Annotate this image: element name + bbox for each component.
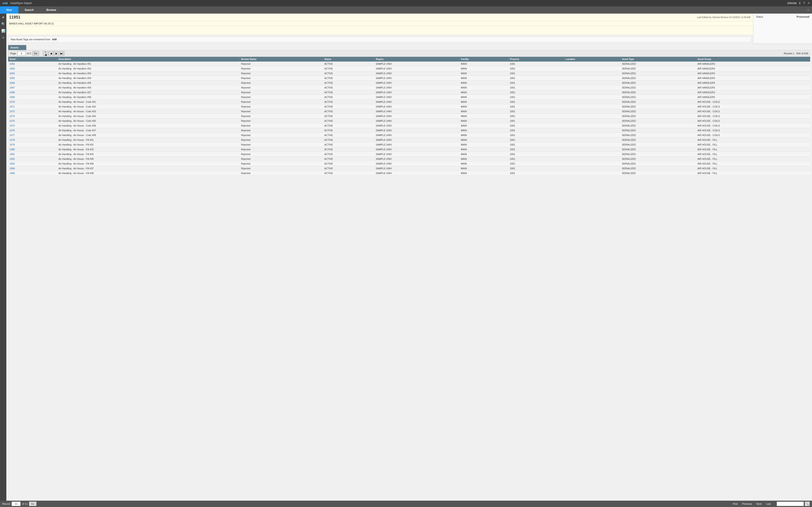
next-page-button[interactable]: ▶ [54, 51, 59, 56]
page-go-button[interactable]: Go [33, 51, 39, 56]
cell-8-5: MAIN [459, 100, 508, 104]
info-icon[interactable]: ℹ [799, 2, 801, 5]
last-record-button[interactable]: Last [766, 502, 771, 505]
asset-link[interactable]: 1082 [9, 158, 15, 160]
page-input[interactable] [17, 51, 26, 56]
cell-4-3: ACTIVE [323, 80, 374, 85]
logout-icon[interactable]: ↗ [807, 2, 810, 5]
cell-0-9: AIR HANDLERS [696, 62, 810, 66]
browse-button[interactable]: Browse [40, 6, 62, 13]
table-row: 1072Air Handling - Air House - Coils #03… [8, 109, 810, 114]
sidebar-menu-icon[interactable]: ≡ [2, 36, 4, 39]
asset-link[interactable]: 1080 [9, 148, 15, 151]
bottom-search-button[interactable]: 🔍 [805, 502, 810, 506]
cell-17-8: SERIALIZED [620, 143, 696, 147]
asset-link[interactable]: 1068 [9, 91, 15, 94]
asset-link[interactable]: 1064 [9, 72, 15, 75]
cell-13-9: AIR HOUSE - COILS [696, 123, 810, 128]
asset-link[interactable]: 1083 [9, 162, 15, 165]
col-header-0[interactable]: Asset ↓ [8, 57, 57, 62]
cell-22-2: Rejected [240, 166, 323, 171]
cell-17-1: Air Handling - Air House - Fill #02 [57, 143, 240, 147]
first-record-button[interactable]: First [733, 502, 738, 505]
cell-19-9: AIR HOUSE - FILL [696, 152, 810, 157]
cell-21-1: Air Handling - Air House - Fill #06 [57, 161, 240, 166]
cell-1-9: AIR HANDLERS [696, 66, 810, 71]
asset-link[interactable]: 1069 [9, 96, 15, 99]
cell-17-2: Rejected [240, 143, 323, 147]
cell-2-6: 1001 [508, 71, 564, 76]
asset-link[interactable]: 1066 [9, 81, 15, 84]
sidebar-star-icon[interactable]: ★ [2, 15, 5, 19]
cell-10-6: 1001 [508, 109, 564, 114]
new-button[interactable]: New [0, 6, 18, 13]
asset-tag-value: AiM [52, 38, 57, 41]
asset-link[interactable]: 1076 [9, 129, 15, 132]
record-name: BANES HALL ASSET IMPORT 06-29-21 [9, 22, 54, 25]
asset-link[interactable]: 1070 [9, 101, 15, 103]
cell-7-3: ACTIVE [323, 95, 374, 100]
table-header: Asset ↓DescriptionReview StatusStatusReg… [8, 57, 810, 62]
help-icon[interactable]: ? [803, 2, 805, 5]
asset-link[interactable]: 1085 [9, 172, 15, 174]
next-record-button[interactable]: Next [757, 502, 762, 505]
sidebar-search-icon[interactable]: 🔍 [1, 22, 5, 26]
cell-2-8: SERIALIZED [620, 71, 696, 76]
sidebar-chart-icon[interactable]: 📊 [1, 29, 5, 33]
asset-link[interactable]: 1071 [9, 105, 15, 108]
cell-18-0: 1080 [8, 147, 57, 152]
cell-6-6: 1001 [508, 90, 564, 95]
cell-18-9: AIR HOUSE - FILL [696, 147, 810, 152]
cell-6-5: MAIN [459, 90, 508, 95]
cell-10-0: 1072 [8, 109, 57, 114]
cell-13-3: ACTIVE [323, 123, 374, 128]
asset-link[interactable]: 1063 [9, 67, 15, 70]
asset-link[interactable]: 1067 [9, 86, 15, 89]
asset-link[interactable]: 1062 [9, 62, 15, 65]
prev-page-button[interactable]: ◀ [48, 51, 53, 56]
col-header-2: Review Status [240, 57, 323, 62]
asset-link[interactable]: 1078 [9, 138, 15, 141]
record-input[interactable] [11, 502, 20, 506]
cell-20-0: 1082 [8, 157, 57, 161]
last-page-button[interactable]: ▶| [59, 51, 64, 56]
cell-3-1: Air Handling - Air Handlers #04 [57, 76, 240, 80]
asset-link[interactable]: 1073 [9, 115, 15, 117]
search-button[interactable]: Search [18, 6, 40, 13]
previous-record-button[interactable]: Previous [742, 502, 752, 505]
table-row: 1080Air Handling - Air House - Fill #03R… [8, 147, 810, 152]
bottom-search-input[interactable] [777, 502, 804, 506]
content-top: 11951 Last Edited by Johnnie Benson On 6… [6, 13, 812, 44]
page-total: of 2 [27, 52, 31, 55]
asset-link[interactable]: 1079 [9, 143, 15, 146]
cell-11-6: 1001 [508, 114, 564, 119]
asset-link[interactable]: 1075 [9, 124, 15, 127]
cell-11-0: 1073 [8, 114, 57, 119]
asset-link[interactable]: 1084 [9, 167, 15, 170]
cell-23-1: Air Handling - Air House - Fill #08 [57, 171, 240, 176]
cell-12-9: AIR HOUSE - COILS [696, 119, 810, 123]
favorite-star-icon[interactable]: ☆ [804, 6, 812, 13]
cell-3-3: ACTIVE [323, 76, 374, 80]
col-header-8: Asset Type [620, 57, 696, 62]
cell-17-3: ACTIVE [323, 143, 374, 147]
asset-link[interactable]: 1081 [9, 153, 15, 156]
cell-3-4: SAMPLE UNIV [374, 76, 460, 80]
record-go-button[interactable]: Go [29, 502, 37, 506]
cell-14-6: 1001 [508, 128, 564, 133]
cell-23-3: ACTIVE [323, 171, 374, 176]
cell-13-0: 1075 [8, 123, 57, 128]
cell-11-8: SERIALIZED [620, 114, 696, 119]
cell-13-7 [564, 123, 620, 128]
cell-19-3: ACTIVE [323, 152, 374, 157]
cell-8-3: ACTIVE [323, 100, 374, 104]
asset-link[interactable]: 1077 [9, 134, 15, 136]
first-page-button[interactable]: |◀ [43, 51, 48, 56]
asset-link[interactable]: 1074 [9, 119, 15, 122]
asset-link[interactable]: 1072 [9, 110, 15, 113]
cell-7-7 [564, 95, 620, 100]
cell-4-8: SERIALIZED [620, 80, 696, 85]
cell-18-7 [564, 147, 620, 152]
cell-8-2: Rejected [240, 100, 323, 104]
asset-link[interactable]: 1065 [9, 77, 15, 79]
